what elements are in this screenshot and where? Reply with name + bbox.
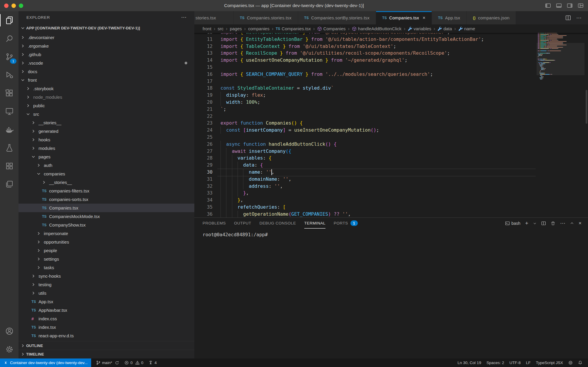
minimize-window-button[interactable] bbox=[11, 4, 16, 8]
cursor-position-item[interactable]: Ln 30, Col 19 bbox=[455, 358, 484, 367]
tree-item[interactable]: .ergomake bbox=[19, 42, 194, 50]
tree-item[interactable]: opportunities bbox=[19, 238, 194, 246]
panel-tab[interactable]: DEBUG CONSOLE bbox=[260, 218, 296, 229]
customize-layout-icon[interactable] bbox=[577, 2, 584, 9]
maximize-panel-icon[interactable] bbox=[570, 221, 574, 225]
ports-item[interactable]: 4 bbox=[146, 358, 159, 367]
breadcrumb-item[interactable]: handleAddButtonClick bbox=[352, 26, 402, 31]
git-branch-item[interactable]: main* bbox=[93, 358, 122, 367]
tree-item[interactable]: TScompanies-filters.tsx bbox=[19, 187, 194, 195]
editor-tab[interactable]: TSApp.tsx bbox=[432, 11, 467, 24]
panel-tab[interactable]: OUTPUT bbox=[234, 218, 251, 229]
testing-flask-icon[interactable] bbox=[0, 139, 19, 157]
tree-item[interactable]: tasks bbox=[19, 263, 194, 272]
workspace-section-header[interactable]: APP [CONTAINER DEV-TWENTY-DEV (DEV-TWENT… bbox=[19, 24, 194, 32]
grid-extension-icon[interactable] bbox=[0, 157, 19, 175]
tree-item[interactable]: impersonate bbox=[19, 229, 194, 238]
tree-item[interactable]: hooks bbox=[19, 135, 194, 144]
editor-gutter[interactable]: 1011121314151617181920212223242526272829… bbox=[194, 33, 213, 217]
tree-item[interactable]: .storybook bbox=[19, 84, 194, 93]
tree-item[interactable]: .vscode bbox=[19, 59, 194, 67]
accounts-icon[interactable] bbox=[0, 322, 19, 340]
explorer-icon[interactable] bbox=[0, 11, 19, 29]
tree-item[interactable]: front bbox=[19, 76, 194, 84]
remote-explorer-icon[interactable] bbox=[0, 102, 19, 120]
remote-indicator[interactable]: Container dev-twenty-dev (dev-twenty-dev… bbox=[0, 358, 91, 367]
minimap[interactable] bbox=[537, 33, 584, 217]
notifications-bell-icon[interactable] bbox=[575, 358, 585, 367]
tree-item[interactable]: TSCompaniesMockMode.tsx bbox=[19, 212, 194, 221]
breadcrumb-item[interactable]: data bbox=[437, 26, 452, 31]
problems-item[interactable]: 0 0 bbox=[122, 358, 146, 367]
close-panel-icon[interactable]: × bbox=[579, 220, 582, 226]
feedback-smiley-icon[interactable] bbox=[566, 358, 575, 367]
language-mode-item[interactable]: TypeScript JSX bbox=[533, 358, 566, 367]
terminal-dropdown-icon[interactable] bbox=[533, 222, 537, 225]
editor-more-actions-icon[interactable]: ⋯ bbox=[576, 15, 582, 21]
tree-item[interactable]: utils bbox=[19, 289, 194, 297]
tree-item[interactable]: settings bbox=[19, 255, 194, 263]
extensions-icon[interactable] bbox=[0, 84, 19, 102]
encoding-item[interactable]: UTF-8 bbox=[507, 358, 523, 367]
tree-item[interactable]: TSindex.tsx bbox=[19, 323, 194, 331]
split-terminal-icon[interactable] bbox=[541, 221, 546, 226]
toggle-sidebar-left-icon[interactable] bbox=[545, 2, 551, 9]
breadcrumb-item[interactable]: src bbox=[218, 26, 223, 31]
eol-item[interactable]: LF bbox=[523, 358, 533, 367]
settings-gear-icon[interactable] bbox=[0, 340, 19, 358]
editor-tab[interactable]: TSCompanies.stories.tsx bbox=[234, 11, 298, 24]
breadcrumb-item[interactable]: variables bbox=[408, 26, 431, 31]
editor-tab[interactable]: {}companies.json bbox=[467, 11, 516, 24]
tree-item[interactable]: __stories__ bbox=[19, 178, 194, 187]
tab-close-icon[interactable]: × bbox=[423, 15, 426, 21]
breadcrumb-item[interactable]: front bbox=[203, 26, 211, 31]
tree-item[interactable]: docs bbox=[19, 67, 194, 76]
editor-tab[interactable]: stories.tsx bbox=[194, 11, 234, 24]
code-editor[interactable]: 1011121314151617181920212223242526272829… bbox=[194, 33, 588, 217]
tree-item[interactable]: people bbox=[19, 246, 194, 255]
tree-item[interactable]: companies bbox=[19, 170, 194, 178]
terminal-panel[interactable]: PROBLEMSOUTPUTDEBUG CONSOLETERMINALPORTS… bbox=[194, 217, 588, 358]
panel-tab[interactable]: TERMINAL bbox=[304, 218, 325, 229]
run-debug-icon[interactable] bbox=[0, 66, 19, 84]
panel-tab[interactable]: PORTS1 bbox=[334, 218, 358, 229]
tree-item[interactable]: sync-hooks bbox=[19, 272, 194, 280]
layers-extension-icon[interactable] bbox=[0, 175, 19, 193]
split-editor-icon[interactable] bbox=[565, 15, 571, 21]
maximize-window-button[interactable] bbox=[19, 4, 23, 8]
indentation-item[interactable]: Spaces: 2 bbox=[484, 358, 507, 367]
tree-item[interactable]: TSreact-app-env.d.ts bbox=[19, 331, 194, 340]
tree-item[interactable]: __stories__ bbox=[19, 118, 194, 127]
tree-item[interactable]: TSCompanies.tsx bbox=[19, 204, 194, 212]
tree-item[interactable]: public bbox=[19, 101, 194, 110]
tree-item[interactable]: testing bbox=[19, 280, 194, 289]
timeline-section-header[interactable]: TIMELINE bbox=[19, 350, 194, 358]
breadcrumb-item[interactable]: companies bbox=[248, 26, 270, 31]
breadcrumb-item[interactable]: name bbox=[458, 26, 475, 31]
tree-item[interactable]: TSCompanyShow.tsx bbox=[19, 221, 194, 229]
tree-item[interactable]: .github bbox=[19, 50, 194, 59]
tree-item[interactable]: TSAppNavbar.tsx bbox=[19, 306, 194, 314]
editor-tab[interactable]: TSCompanies.tsx× bbox=[376, 11, 432, 24]
tree-item[interactable]: generated bbox=[19, 127, 194, 135]
breadcrumb-item[interactable]: Companies bbox=[317, 26, 346, 31]
tree-item[interactable]: TSApp.tsx bbox=[19, 297, 194, 306]
breadcrumb-item[interactable]: TSCompanies.tsx bbox=[276, 26, 311, 31]
close-window-button[interactable] bbox=[4, 4, 9, 8]
tree-item[interactable]: node_modules bbox=[19, 93, 194, 101]
docker-icon[interactable] bbox=[0, 120, 19, 139]
tree-item[interactable]: .devcontainer bbox=[19, 33, 194, 42]
toggle-panel-icon[interactable] bbox=[556, 2, 562, 9]
tree-item[interactable]: #index.css bbox=[19, 314, 194, 323]
explorer-more-actions-icon[interactable]: ⋯ bbox=[181, 14, 187, 21]
tree-item[interactable]: auth bbox=[19, 161, 194, 170]
source-control-icon[interactable]: 1 bbox=[0, 48, 19, 66]
search-icon[interactable] bbox=[0, 29, 19, 48]
tree-item[interactable]: pages bbox=[19, 153, 194, 161]
breadcrumb-item[interactable]: pages bbox=[230, 26, 242, 31]
shell-selector[interactable]: bash bbox=[505, 221, 520, 226]
editor-scrollbar[interactable] bbox=[586, 90, 587, 124]
tree-item[interactable]: src bbox=[19, 110, 194, 118]
tree-item[interactable]: modules bbox=[19, 144, 194, 153]
outline-section-header[interactable]: OUTLINE bbox=[19, 341, 194, 350]
